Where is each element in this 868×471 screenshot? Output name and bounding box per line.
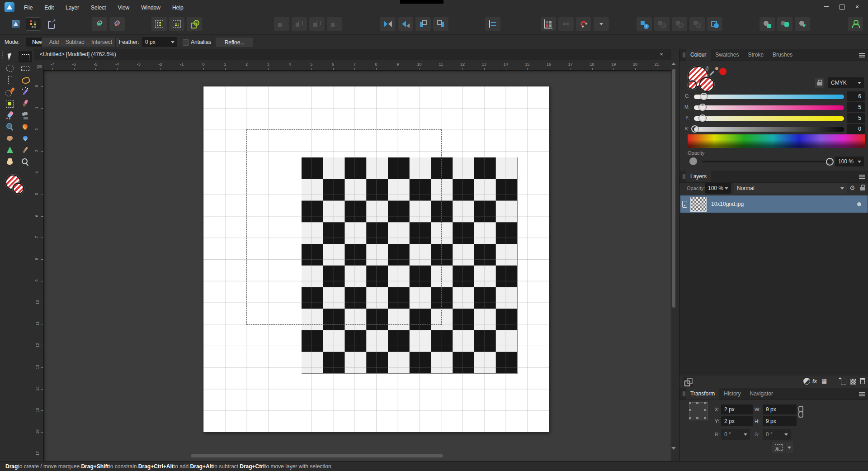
- move-tool[interactable]: [3, 51, 17, 62]
- tab-swatches[interactable]: Swatches: [711, 49, 743, 61]
- menu-file[interactable]: File: [19, 3, 38, 12]
- colour-spectrum[interactable]: [688, 134, 865, 148]
- stroke-colour-chip[interactable]: [13, 183, 24, 194]
- account-button[interactable]: [848, 17, 863, 31]
- vertical-scrollbar[interactable]: [672, 69, 675, 308]
- selection-dots-bottom-button[interactable]: [169, 17, 184, 31]
- refine-button[interactable]: Refine...: [216, 38, 253, 47]
- opacity-swatch[interactable]: [689, 157, 697, 165]
- slider-track-k[interactable]: [694, 127, 844, 132]
- antialias-checkbox[interactable]: [183, 39, 189, 46]
- slider-thumb-c[interactable]: [700, 93, 708, 100]
- affinity-photo-logo-button[interactable]: [8, 17, 24, 31]
- rotation-dropdown[interactable]: 0 °: [721, 429, 750, 440]
- menu-view[interactable]: View: [113, 3, 134, 12]
- h-field[interactable]: 9 px: [763, 416, 797, 426]
- selection-options-chevron[interactable]: [786, 442, 793, 453]
- rotate-ccw-button[interactable]: [415, 17, 431, 31]
- duplicate-shapes-button[interactable]: [187, 17, 202, 31]
- panel-grip[interactable]: [679, 388, 686, 400]
- colour-picker-icon[interactable]: [709, 67, 719, 77]
- insert-inside-button[interactable]: [795, 17, 810, 31]
- selection-brush-tool[interactable]: [3, 86, 17, 97]
- scroll-up-icon[interactable]: [671, 62, 676, 65]
- panel-menu-icon[interactable]: [859, 53, 865, 57]
- adjustment-layer-icon[interactable]: [803, 378, 810, 385]
- slider-value-m[interactable]: 5: [847, 102, 865, 112]
- menu-window[interactable]: Window: [136, 3, 165, 12]
- slider-value-k[interactable]: 0: [847, 124, 865, 134]
- flip-vertical-button[interactable]: [398, 17, 413, 31]
- boolean-add-button[interactable]: [637, 17, 652, 31]
- blend-mode-dropdown[interactable]: Normal: [734, 183, 847, 194]
- view-hand-tool[interactable]: [3, 156, 17, 167]
- move-backward-button[interactable]: [309, 17, 325, 31]
- sharpen-tool[interactable]: [3, 144, 17, 156]
- minimize-button[interactable]: [822, 2, 831, 11]
- stroke-none-chip[interactable]: [699, 77, 714, 92]
- layers-empty-area[interactable]: [679, 213, 868, 376]
- layer-thumbnail[interactable]: [690, 197, 707, 212]
- blur-tool[interactable]: [19, 133, 32, 144]
- rectangular-marquee-tool[interactable]: [19, 51, 32, 62]
- mode-intersect-button[interactable]: Intersect: [85, 38, 119, 47]
- alignment-button[interactable]: [485, 17, 500, 31]
- develop-persona-gear-button[interactable]: [92, 17, 107, 31]
- erase-brush-tool[interactable]: [3, 109, 17, 121]
- pixel-alignment-button[interactable]: [558, 17, 574, 31]
- snapping-magnet-button[interactable]: [576, 17, 591, 31]
- boolean-subtract-button[interactable]: [654, 17, 670, 31]
- burn-tool[interactable]: [19, 121, 32, 133]
- layer-settings-gear-icon[interactable]: ⚙: [849, 185, 855, 191]
- slider-thumb-m[interactable]: [699, 104, 706, 111]
- mini-none-chip[interactable]: [688, 81, 697, 90]
- tab-transform[interactable]: Transform: [686, 388, 719, 400]
- tab-stroke[interactable]: Stroke: [743, 49, 768, 61]
- maximize-button[interactable]: [837, 2, 846, 11]
- slider-thumb-k[interactable]: [691, 125, 698, 133]
- panel-grip[interactable]: [679, 49, 686, 61]
- horizontal-scrollbar[interactable]: [191, 454, 443, 457]
- scroll-down-icon[interactable]: [671, 447, 676, 450]
- menu-layer[interactable]: Layer: [61, 3, 84, 12]
- move-to-front-button[interactable]: [274, 17, 289, 31]
- anchor-point-selector[interactable]: [689, 402, 708, 420]
- slider-track-c[interactable]: [694, 95, 844, 99]
- tab-colour[interactable]: Colour: [686, 49, 711, 61]
- document-tab-close-icon[interactable]: ×: [658, 51, 665, 58]
- zoom-tool[interactable]: [19, 156, 32, 167]
- layer-row[interactable]: 10x10grid.jpg: [680, 195, 868, 213]
- layer-effects-icon[interactable]: fx: [812, 378, 817, 384]
- opacity-slider-thumb[interactable]: [826, 158, 834, 166]
- boolean-divide-button[interactable]: [707, 17, 722, 31]
- slider-value-c[interactable]: 6: [847, 91, 865, 101]
- selection-dots-button[interactable]: [151, 17, 167, 31]
- layer-group-button[interactable]: [683, 377, 693, 387]
- move-forward-button[interactable]: [292, 17, 307, 31]
- boolean-xor-button[interactable]: [689, 17, 705, 31]
- selection-options-button[interactable]: [772, 442, 785, 453]
- selection-marquee[interactable]: [246, 129, 442, 325]
- slider-track-m[interactable]: [694, 105, 844, 110]
- layer-visibility-toggle[interactable]: [857, 202, 861, 206]
- ellipse-marquee-tool[interactable]: [3, 63, 17, 74]
- row-marquee-tool[interactable]: [19, 63, 32, 74]
- flood-select-tool[interactable]: [3, 98, 17, 109]
- snapping-chevron-button[interactable]: [594, 17, 609, 31]
- flip-horizontal-button[interactable]: [380, 17, 396, 31]
- w-field[interactable]: 9 px: [763, 404, 797, 414]
- pixel-grid-button[interactable]: [541, 17, 556, 31]
- colour-model-dropdown[interactable]: CMYK: [828, 77, 864, 88]
- insert-on-top-button[interactable]: [777, 17, 793, 31]
- link-dimensions-icon[interactable]: [798, 406, 802, 418]
- tab-navigator[interactable]: Navigator: [745, 388, 778, 400]
- tone-mapping-gear-button[interactable]: [109, 17, 125, 31]
- document-tab[interactable]: <Untitled> [Modified] (4762.5%): [40, 51, 116, 57]
- menu-edit[interactable]: Edit: [39, 3, 59, 12]
- ruler-unit[interactable]: px: [34, 60, 43, 70]
- layers-opacity-dropdown[interactable]: 100 %: [705, 183, 731, 194]
- opacity-value-dropdown[interactable]: 100 %: [835, 157, 864, 167]
- y-field[interactable]: 2 px: [721, 416, 753, 426]
- tab-brushes[interactable]: Brushes: [768, 49, 797, 61]
- close-button[interactable]: ×: [853, 2, 862, 11]
